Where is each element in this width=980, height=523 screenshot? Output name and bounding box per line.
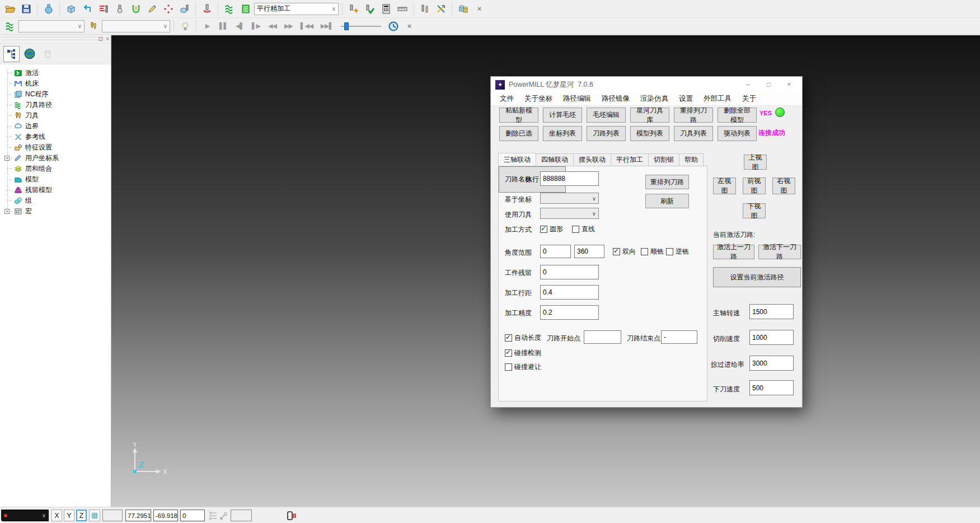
tool-list-button[interactable]: 刀具列表	[674, 126, 713, 141]
stepover-input[interactable]	[540, 285, 599, 300]
menu-path-edit[interactable]: 路径编辑	[563, 94, 591, 104]
view-left-button[interactable]: 左视图	[713, 178, 736, 194]
tree-item-machine[interactable]: 机床	[0, 78, 111, 89]
cutting-speed-input[interactable]	[749, 330, 794, 345]
models-button[interactable]	[456, 2, 471, 16]
go-to-start-button[interactable]: ▌◀◀	[297, 19, 316, 34]
tab-three-axis[interactable]: 三轴联动	[498, 153, 536, 166]
activate-next-button[interactable]: 激活下一刀路	[758, 245, 801, 259]
tree-item-groups[interactable]: 组	[0, 195, 111, 206]
edit-toolpath-button[interactable]	[144, 2, 160, 16]
slider-thumb[interactable]	[344, 22, 349, 30]
bidirectional-checkbox[interactable]: 双向	[613, 247, 636, 256]
tolerance-input[interactable]	[540, 305, 599, 320]
sim-tool-button[interactable]	[86, 19, 101, 34]
explorer-tree-tab[interactable]	[3, 46, 20, 62]
menu-file[interactable]: 文件	[500, 94, 514, 104]
tree-item-macros[interactable]: +宏	[0, 206, 111, 217]
coord-x-field[interactable]: 77.2951	[125, 510, 151, 521]
sim-tool-combobox[interactable]: ∨	[102, 20, 170, 32]
delete-selected-button[interactable]: 删除已选	[499, 126, 538, 141]
climb-mill-checkbox[interactable]: 顺铣	[641, 247, 664, 256]
coord-z-field[interactable]: 0	[180, 510, 205, 521]
ruler-button[interactable]	[395, 2, 410, 16]
base-coord-select[interactable]: ∨	[540, 193, 599, 204]
view-right-button[interactable]: 右视图	[772, 178, 795, 194]
verify-toolpath-button[interactable]	[362, 2, 377, 16]
angle-start-input[interactable]	[540, 245, 571, 258]
use-tool-select[interactable]: ∨	[540, 208, 599, 219]
grid-size-field[interactable]	[102, 510, 123, 521]
set-active-path-button[interactable]: 设置当前激活路径	[713, 267, 801, 287]
strategy-button[interactable]	[238, 2, 253, 16]
tree-item-feature-sets[interactable]: 特征设置	[0, 142, 111, 153]
tab-help[interactable]: 帮助	[679, 153, 704, 166]
model-list-button[interactable]: 模型列表	[630, 126, 669, 141]
menu-render-sim[interactable]: 渲染仿真	[640, 94, 668, 104]
coord-list-button[interactable]: 坐标列表	[543, 126, 582, 141]
circle-checkbox[interactable]: 圆形	[540, 225, 563, 234]
step-back-button[interactable]: ◀▌	[232, 19, 247, 34]
sim-speed-slider[interactable]	[341, 21, 381, 31]
toolpath-transform-button[interactable]	[79, 2, 95, 16]
block-edit-button[interactable]: 毛坯编辑	[587, 108, 626, 123]
plunge-speed-input[interactable]	[749, 380, 794, 395]
graphics-viewport[interactable]: Y X Z ✦ PowerMILL 忆梦星河 7.0.6 – □ × 文件 关于…	[111, 35, 980, 507]
skim-feed-input[interactable]	[749, 356, 794, 371]
close-button[interactable]: ×	[781, 78, 798, 91]
calculator-button[interactable]	[378, 2, 393, 16]
save-project-button[interactable]	[18, 2, 34, 16]
tree-item-stock-models[interactable]: 残留模型	[0, 185, 111, 195]
ball-tool-button[interactable]	[112, 2, 127, 16]
tree-item-patterns[interactable]: 参考线	[0, 132, 111, 142]
toolpath-sim-button[interactable]	[2, 19, 17, 34]
axis-z-button[interactable]: Z	[76, 510, 87, 521]
tree-item-activate[interactable]: 激活	[0, 68, 111, 78]
float-panel-icon[interactable]: ⊡	[99, 35, 103, 43]
menu-about[interactable]: 关于	[742, 94, 756, 104]
dialog-title-bar[interactable]: ✦ PowerMILL 忆梦星河 7.0.6 – □ ×	[491, 77, 802, 92]
close-toolbar-button[interactable]: ×	[472, 2, 487, 16]
menu-settings[interactable]: 设置	[679, 94, 693, 104]
collision-check-checkbox[interactable]: 碰撞检测	[505, 348, 541, 358]
block-button[interactable]	[41, 2, 56, 16]
toolpath-list-button[interactable]: 刀路列表	[587, 126, 626, 141]
menu-path-mirror[interactable]: 路径镜像	[602, 94, 630, 104]
strategy-combobox[interactable]: 平行精加工 ∨	[254, 3, 339, 15]
maximize-button[interactable]: □	[760, 78, 777, 91]
tree-item-toolpaths[interactable]: 刀具路径	[0, 100, 111, 110]
play-button[interactable]: ▶	[200, 19, 215, 34]
minimize-button[interactable]: –	[739, 78, 756, 91]
view-front-button[interactable]: 前视图	[743, 178, 766, 194]
auto-length-checkbox[interactable]: 自动长度	[505, 333, 541, 343]
locate-axis-icon[interactable]	[219, 510, 228, 521]
close-panel-icon[interactable]: ×	[106, 35, 109, 43]
go-to-end-button[interactable]: ▶▶▌	[317, 19, 336, 34]
tree-item-boundaries[interactable]: 边界	[0, 121, 111, 132]
toolpath-button[interactable]	[222, 2, 237, 16]
spindle-speed-input[interactable]	[749, 304, 794, 319]
close-toolbar-button[interactable]: ×	[402, 19, 417, 34]
end-point-input[interactable]	[661, 330, 697, 344]
view-bottom-button[interactable]: 下视图	[743, 203, 766, 218]
paste-new-model-button[interactable]: 粘贴新模型	[499, 108, 538, 123]
expand-icon[interactable]: +	[4, 209, 10, 214]
panel-grip[interactable]: ⊡ ×	[0, 35, 111, 44]
device-pause-icon[interactable]	[287, 510, 297, 521]
expand-icon[interactable]: +	[4, 156, 10, 161]
axis-x-button[interactable]: X	[51, 510, 62, 521]
tab-head-tilt[interactable]: 摆头联动	[573, 153, 611, 166]
line-checkbox[interactable]: 直线	[572, 225, 595, 234]
tolerance-status-field[interactable]	[231, 510, 252, 521]
coord-y-field[interactable]: -69.918	[153, 510, 178, 521]
activate-prev-button[interactable]: 激活上一刀路	[713, 245, 754, 259]
start-point-input[interactable]	[584, 330, 621, 344]
rearrange-button[interactable]: 重排列刀路	[645, 175, 689, 189]
rearrange-toolpaths-button[interactable]: 重排列刀路	[674, 108, 713, 123]
grid-snap-button[interactable]	[89, 510, 100, 521]
menu-external-tools[interactable]: 外部工具	[704, 94, 732, 104]
toolpath-name-input[interactable]	[540, 171, 599, 186]
axis-y-button[interactable]: Y	[64, 510, 74, 521]
open-project-button[interactable]	[2, 2, 17, 16]
pause-button[interactable]: ▌▌	[216, 19, 231, 34]
